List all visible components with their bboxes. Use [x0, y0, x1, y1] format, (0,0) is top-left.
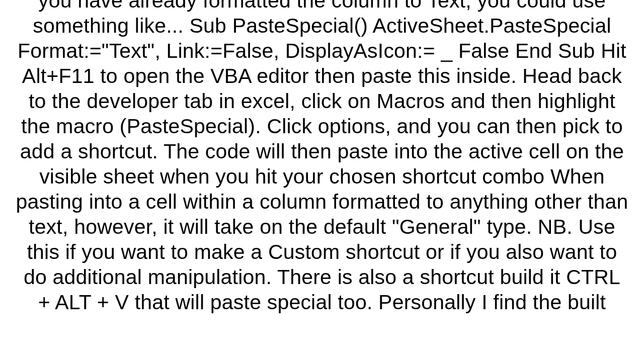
- document-page: you have already formatted the column to…: [0, 0, 644, 362]
- document-body-text: you have already formatted the column to…: [15, 0, 629, 315]
